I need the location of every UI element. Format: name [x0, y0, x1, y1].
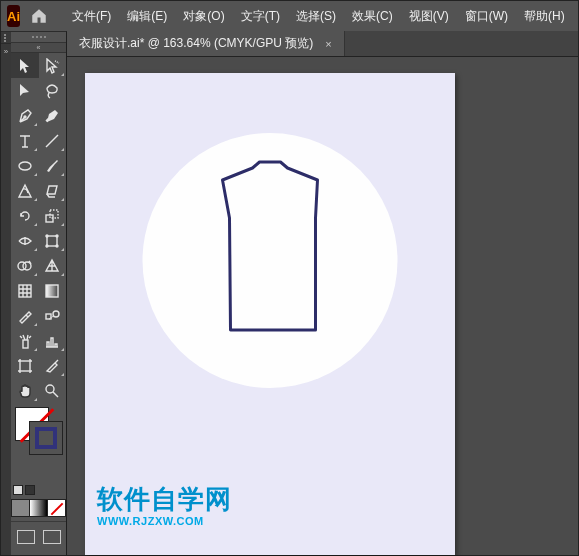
- menu-help[interactable]: 帮助(H): [516, 1, 573, 31]
- paintbrush-tool[interactable]: [39, 153, 67, 178]
- color-modes-row: [11, 499, 66, 517]
- tool-panel: «: [11, 31, 67, 555]
- home-icon[interactable]: [30, 5, 48, 27]
- artboard-tool[interactable]: [11, 353, 39, 378]
- ellipse-tool[interactable]: [11, 153, 39, 178]
- free-transform-tool[interactable]: [39, 228, 67, 253]
- svg-point-8: [56, 245, 58, 247]
- document-tab[interactable]: 衣服设计.ai* @ 163.64% (CMYK/GPU 预览) ×: [67, 31, 345, 56]
- direct-selection-tool[interactable]: [39, 53, 67, 78]
- menu-object[interactable]: 对象(O): [175, 1, 232, 31]
- color-mode-none[interactable]: [47, 499, 66, 517]
- menu-edit[interactable]: 编辑(E): [119, 1, 175, 31]
- menu-effect[interactable]: 效果(C): [344, 1, 401, 31]
- tool-panel-grip[interactable]: [11, 32, 66, 42]
- close-icon[interactable]: ×: [325, 38, 331, 50]
- scale-tool[interactable]: [39, 203, 67, 228]
- svg-point-6: [56, 235, 58, 237]
- mesh-tool[interactable]: [11, 278, 39, 303]
- gradient-tool[interactable]: [39, 278, 67, 303]
- type-tool[interactable]: [11, 128, 39, 153]
- symbol-sprayer-tool[interactable]: [11, 328, 39, 353]
- screen-draw-modes: [11, 521, 66, 552]
- column-graph-tool[interactable]: [39, 328, 67, 353]
- eraser-tool[interactable]: [39, 178, 67, 203]
- svg-rect-12: [46, 285, 58, 297]
- menu-file[interactable]: 文件(F): [64, 1, 119, 31]
- svg-point-7: [46, 245, 48, 247]
- color-mode-gradient[interactable]: [29, 499, 47, 517]
- menu-view[interactable]: 视图(V): [401, 1, 457, 31]
- svg-point-1: [19, 162, 31, 170]
- tool-grid: [11, 53, 66, 403]
- main-area: 衣服设计.ai* @ 163.64% (CMYK/GPU 预览) × 软件自学网…: [67, 31, 578, 555]
- artboard: 软件自学网 WWW.RJZXW.COM: [85, 73, 455, 555]
- svg-rect-11: [19, 285, 31, 297]
- shape-builder-tool[interactable]: [11, 253, 39, 278]
- svg-rect-4: [47, 236, 57, 246]
- app-icon: Ai: [7, 5, 20, 27]
- swap-fillstroke-icon[interactable]: [25, 485, 35, 495]
- svg-rect-3: [50, 210, 58, 218]
- menu-window[interactable]: 窗口(W): [457, 1, 516, 31]
- tool-panel-collapse-icon[interactable]: «: [11, 42, 66, 53]
- document-tab-title: 衣服设计.ai* @ 163.64% (CMYK/GPU 预览): [79, 35, 313, 52]
- app-window: Ai 文件(F) 编辑(E) 对象(O) 文字(T) 选择(S) 效果(C) 视…: [0, 0, 579, 556]
- perspective-grid-tool[interactable]: [39, 253, 67, 278]
- svg-rect-16: [20, 361, 30, 371]
- swap-default-icons: [11, 485, 66, 495]
- menu-type[interactable]: 文字(T): [233, 1, 288, 31]
- svg-rect-15: [23, 340, 28, 348]
- magic-wand-tool[interactable]: [11, 78, 39, 103]
- selection-tool[interactable]: [11, 53, 39, 78]
- svg-point-14: [53, 311, 59, 317]
- watermark-cn: 软件自学网: [97, 482, 232, 517]
- svg-rect-13: [46, 314, 51, 319]
- shaper-tool[interactable]: [11, 178, 39, 203]
- hand-tool[interactable]: [11, 378, 39, 403]
- document-tab-bar: 衣服设计.ai* @ 163.64% (CMYK/GPU 预览) ×: [67, 31, 578, 57]
- draw-mode-normal-icon[interactable]: [17, 530, 35, 544]
- svg-point-5: [46, 235, 48, 237]
- blend-tool[interactable]: [39, 303, 67, 328]
- menu-bar: Ai 文件(F) 编辑(E) 对象(O) 文字(T) 选择(S) 效果(C) 视…: [1, 1, 578, 31]
- eyedropper-tool[interactable]: [11, 303, 39, 328]
- default-fillstroke-icon[interactable]: [13, 485, 23, 495]
- fill-stroke-control[interactable]: [11, 403, 66, 463]
- line-segment-tool[interactable]: [39, 128, 67, 153]
- panel-dock-strip: »: [1, 31, 11, 555]
- pen-tool[interactable]: [11, 103, 39, 128]
- dock-grip[interactable]: [1, 32, 11, 44]
- menu-select[interactable]: 选择(S): [288, 1, 344, 31]
- curvature-tool[interactable]: [39, 103, 67, 128]
- app-body: » «: [1, 31, 578, 555]
- canvas-area[interactable]: 软件自学网 WWW.RJZXW.COM: [67, 57, 578, 555]
- screen-mode-icon[interactable]: [43, 530, 61, 544]
- stroke-swatch[interactable]: [29, 421, 63, 455]
- artwork-vest-outline: [213, 158, 328, 336]
- svg-point-17: [46, 385, 54, 393]
- color-mode-solid[interactable]: [11, 499, 29, 517]
- rotate-tool[interactable]: [11, 203, 39, 228]
- zoom-tool[interactable]: [39, 378, 67, 403]
- slice-tool[interactable]: [39, 353, 67, 378]
- watermark: 软件自学网 WWW.RJZXW.COM: [97, 482, 232, 527]
- lasso-tool[interactable]: [39, 78, 67, 103]
- width-tool[interactable]: [11, 228, 39, 253]
- dock-expand-icon[interactable]: »: [1, 44, 11, 58]
